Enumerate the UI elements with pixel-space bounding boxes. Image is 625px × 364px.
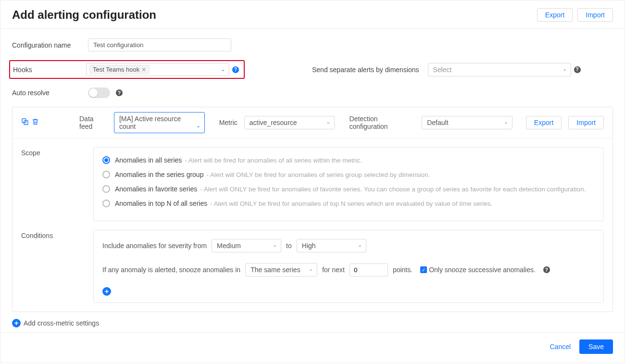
snooze-successive-label: Only snooze successive anomalies. [429, 266, 536, 274]
header-actions: Export Import [537, 8, 613, 22]
metric-value: active_resource [250, 119, 297, 126]
save-button[interactable]: Save [579, 339, 613, 354]
snooze-successive-checkbox[interactable]: ✓ [420, 266, 427, 273]
dimensions-select[interactable]: Select ⌄ [428, 63, 571, 76]
scope-option-label: Anomalies in favorite series [115, 185, 197, 193]
chevron-down-icon: ⌄ [273, 242, 277, 248]
hooks-tag-label: Test Teams hook [93, 66, 139, 73]
panel-import-button[interactable]: Import [568, 116, 604, 129]
chevron-down-icon: ⌄ [309, 266, 313, 272]
cancel-button[interactable]: Cancel [550, 343, 571, 351]
conditions-label: Conditions [21, 230, 93, 303]
config-name-label: Configuration name [12, 41, 88, 49]
scope-option[interactable]: Anomalies in the series group- Alert wil… [102, 171, 595, 178]
page-title: Add alerting configuration [12, 8, 156, 22]
delete-icon[interactable] [32, 118, 39, 127]
data-feed-select[interactable]: [MA] Active resource count ⌄ [114, 112, 205, 133]
chevron-down-icon: ⌄ [504, 119, 508, 125]
hooks-field-highlighted: Hooks Test Teams hook ✕ ⌄ ? [9, 60, 245, 79]
detection-config-label: Detection configuration [349, 115, 415, 130]
scope-label: Scope [21, 147, 93, 221]
plus-circle-icon: + [12, 319, 21, 327]
scope-option-desc: - Alert will be fired for anomalies of a… [185, 157, 362, 164]
metric-label: Metric [219, 119, 238, 126]
data-feed-label: Data feed [79, 115, 107, 130]
snooze-suffix: points. [393, 266, 412, 274]
scope-option-label: Anomalies in the series group [115, 171, 203, 178]
scope-option-desc: - Alert will ONLY be fired for anomalies… [200, 186, 586, 193]
scope-box: Anomalies in all series- Alert will be f… [93, 147, 604, 221]
add-cross-metric-button[interactable]: + Add cross-metric settings [12, 319, 613, 327]
hooks-select[interactable]: Test Teams hook ✕ ⌄ [86, 63, 229, 76]
chevron-down-icon: ⌄ [326, 119, 330, 125]
help-icon[interactable]: ? [116, 89, 123, 96]
close-icon[interactable]: ✕ [141, 66, 146, 73]
chevron-down-icon: ⌄ [221, 66, 225, 73]
snooze-mid: for next [322, 266, 345, 274]
copy-icon[interactable] [21, 118, 29, 127]
snooze-prefix: If any anomaly is alerted, snooze anomal… [102, 266, 240, 274]
severity-to-select[interactable]: High ⌄ [297, 239, 366, 252]
detection-config-value: Default [427, 119, 448, 126]
radio-icon[interactable] [102, 185, 110, 193]
snooze-scope-value: The same series [250, 266, 300, 274]
metric-panel: Data feed [MA] Active resource count ⌄ M… [12, 107, 613, 312]
severity-to-label: to [286, 242, 292, 250]
scope-option-desc: - Alert will ONLY be fired for anomalies… [206, 171, 430, 178]
export-button[interactable]: Export [537, 8, 573, 22]
severity-to-value: High [302, 242, 316, 250]
severity-from-select[interactable]: Medium ⌄ [212, 239, 281, 252]
scope-option[interactable]: Anomalies in all series- Alert will be f… [102, 156, 595, 164]
chevron-down-icon: ⌄ [196, 123, 200, 129]
dimensions-select-value: Select [433, 66, 452, 74]
data-feed-value: [MA] Active resource count [119, 115, 181, 130]
chevron-down-icon: ⌄ [562, 66, 567, 72]
radio-icon[interactable] [102, 156, 110, 164]
hooks-tag: Test Teams hook ✕ [89, 65, 150, 74]
chevron-down-icon: ⌄ [358, 242, 362, 248]
scope-option[interactable]: Anomalies in favorite series- Alert will… [102, 185, 595, 193]
severity-from-value: Medium [217, 242, 241, 250]
scope-option[interactable]: Anomalies in top N of all series- Alert … [102, 200, 595, 207]
radio-icon[interactable] [102, 171, 110, 178]
panel-export-button[interactable]: Export [526, 116, 562, 129]
dimensions-label: Send separate alerts by dimensions [312, 66, 419, 74]
help-icon[interactable]: ? [232, 66, 239, 73]
metric-select[interactable]: active_resource ⌄ [244, 116, 335, 129]
help-icon[interactable]: ? [574, 66, 581, 73]
snooze-scope-select[interactable]: The same series ⌄ [245, 263, 317, 276]
help-icon[interactable]: ? [543, 266, 550, 273]
import-button[interactable]: Import [577, 8, 613, 22]
auto-resolve-toggle[interactable] [88, 88, 110, 98]
severity-prefix: Include anomalies for severity from [102, 242, 207, 250]
scope-option-label: Anomalies in top N of all series [115, 200, 207, 207]
hooks-label: Hooks [10, 66, 86, 74]
scope-option-label: Anomalies in all series [115, 156, 182, 164]
auto-resolve-label: Auto resolve [12, 89, 88, 97]
scope-option-desc: - Alert will ONLY be fired for anomalies… [210, 200, 492, 207]
snooze-points-input[interactable] [350, 264, 388, 276]
radio-icon[interactable] [102, 200, 110, 207]
conditions-box: Include anomalies for severity from Medi… [93, 230, 604, 303]
add-cross-metric-label: Add cross-metric settings [24, 319, 99, 327]
add-condition-button[interactable]: + [102, 287, 111, 296]
config-name-input[interactable] [88, 38, 231, 51]
detection-config-select[interactable]: Default ⌄ [422, 116, 512, 129]
